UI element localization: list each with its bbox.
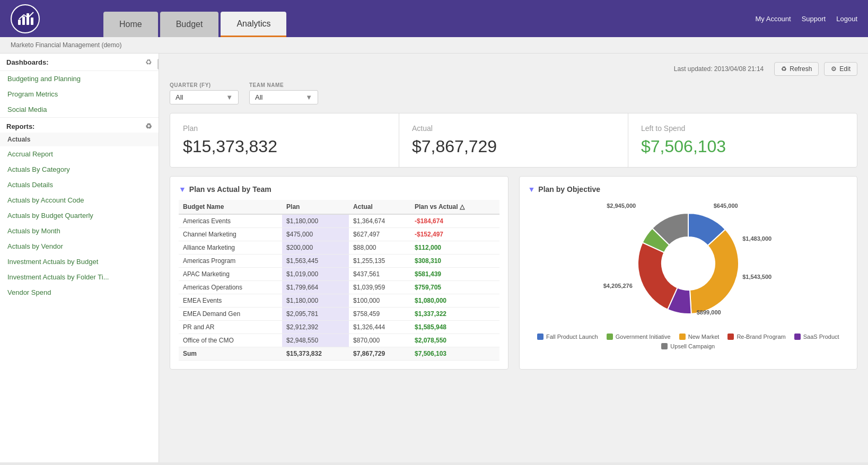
nav-budget[interactable]: Budget	[160, 12, 219, 37]
donut-wrapper: $2,945,000 $645,000 $1,483,000 $1,543,50…	[528, 200, 849, 327]
my-account-link[interactable]: My Account	[755, 15, 791, 23]
cell-name: Office of the CMO	[179, 334, 282, 347]
sidebar-item-investment-actuals-by-budget[interactable]: Investment Actuals by Budget	[0, 254, 159, 269]
edit-label: Edit	[839, 65, 851, 73]
sidebar-item-actuals-by-account-code[interactable]: Actuals by Account Code	[0, 192, 159, 208]
sidebar-item-program-metrics[interactable]: Program Metrics	[0, 86, 159, 102]
table-row: Americas Events $1,180,000 $1,364,674 -$…	[179, 214, 499, 228]
legend-label: SaaS Product	[803, 334, 839, 340]
cell-actual: $1,326,444	[349, 321, 410, 334]
donut-chart-container: $2,945,000 $645,000 $1,483,000 $1,543,50…	[603, 200, 773, 327]
sidebar-item-actuals-by-month[interactable]: Actuals by Month	[0, 223, 159, 239]
cell-sum-pva: $7,506,103	[410, 347, 499, 361]
sidebar-item-accrual-report[interactable]: Accrual Report	[0, 146, 159, 162]
sidebar-item-vendor-spend[interactable]: Vendor Spend	[0, 285, 159, 300]
sidebar-item-social-media[interactable]: Social Media	[0, 102, 159, 117]
plan-vs-actual-title: ▼ Plan vs Actual by Team	[179, 185, 499, 194]
legend-item: Re-Brand Program	[727, 334, 785, 340]
cell-plan: $1,563,445	[282, 255, 349, 268]
logout-link[interactable]: Logout	[836, 15, 857, 23]
cell-name: EMEA Demand Gen	[179, 308, 282, 321]
table-row: PR and AR $2,912,392 $1,326,444 $1,585,9…	[179, 321, 499, 334]
dashboards-refresh-icon[interactable]: ♻	[145, 58, 152, 66]
refresh-icon: ♻	[781, 65, 787, 73]
kpi-plan-value: $15,373,832	[183, 137, 386, 156]
sidebar-item-budgeting[interactable]: Budgeting and Planning	[0, 71, 159, 86]
cell-plan: $1,180,000	[282, 214, 349, 228]
filter-icon-right: ▼	[528, 185, 536, 194]
cell-pva: $1,080,000	[410, 294, 499, 308]
edit-button[interactable]: ⚙ Edit	[824, 62, 857, 76]
cell-name: EMEA Events	[179, 294, 282, 308]
reports-header: Reports: ♻	[0, 117, 159, 133]
cell-plan: $1,019,000	[282, 268, 349, 281]
breadcrumb: Marketo Financial Management (demo)	[11, 41, 121, 49]
legend-label: Upsell Campaign	[670, 343, 715, 349]
cell-name: Alliance Marketing	[179, 241, 282, 255]
reports-refresh-icon[interactable]: ♻	[145, 122, 152, 130]
cell-pva: -$152,497	[410, 228, 499, 241]
legend-label: Fall Product Launch	[546, 334, 598, 340]
table-row: Americas Program $1,563,445 $1,255,135 $…	[179, 255, 499, 268]
sidebar-item-actuals-by-budget-quarterly[interactable]: Actuals by Budget Quarterly	[0, 208, 159, 223]
refresh-button[interactable]: ♻ Refresh	[774, 62, 819, 76]
table-row: Alliance Marketing $200,000 $88,000 $112…	[179, 241, 499, 255]
cell-pva: $1,337,322	[410, 308, 499, 321]
table-row: EMEA Demand Gen $2,095,781 $758,459 $1,3…	[179, 308, 499, 321]
filter-icon-left: ▼	[179, 185, 186, 194]
donut-outer-labels: $2,945,000 $645,000 $1,483,000 $1,543,50…	[603, 200, 773, 327]
legend-label: Re-Brand Program	[737, 334, 785, 340]
cell-actual: $88,000	[349, 241, 410, 255]
header: Home Budget Analytics My Account Support…	[0, 0, 868, 37]
cell-plan: $2,912,392	[282, 321, 349, 334]
sidebar-item-actuals-details[interactable]: Actuals Details	[0, 177, 159, 192]
legend-item: Fall Product Launch	[537, 334, 598, 340]
sidebar-item-actuals-by-vendor[interactable]: Actuals by Vendor	[0, 239, 159, 254]
team-filter-label: TEAM NAME	[249, 82, 318, 88]
edit-icon: ⚙	[831, 65, 837, 73]
legend-item: New Market	[679, 334, 720, 340]
legend-color	[679, 334, 686, 340]
table-row: APAC Marketing $1,019,000 $437,561 $581,…	[179, 268, 499, 281]
cell-plan: $475,000	[282, 228, 349, 241]
legend-color	[794, 334, 801, 340]
last-updated: Last updated: 2013/04/08 21:14	[674, 65, 764, 73]
legend-item: Upsell Campaign	[661, 343, 715, 349]
main-nav: Home Budget Analytics	[40, 0, 755, 37]
cell-name: PR and AR	[179, 321, 282, 334]
dashboards-label: Dashboards:	[6, 58, 48, 66]
col-pva[interactable]: Plan vs Actual △	[410, 200, 499, 214]
sidebar-collapse-button[interactable]: ◀	[157, 59, 159, 69]
quarter-filter-select[interactable]: All ▼	[170, 90, 239, 104]
plan-by-objective-section: ▼ Plan by Objective $2,945,000 $645,000	[519, 176, 858, 370]
cell-name: APAC Marketing	[179, 268, 282, 281]
reports-label: Reports:	[6, 122, 34, 130]
col-plan: Plan	[282, 200, 349, 214]
support-link[interactable]: Support	[802, 15, 826, 23]
cell-actual: $1,364,674	[349, 214, 410, 228]
cell-actual: $1,039,959	[349, 281, 410, 294]
legend-color	[661, 343, 668, 349]
team-filter-value: All	[255, 93, 262, 101]
cell-pva: $112,000	[410, 241, 499, 255]
sidebar-item-investment-actuals-by-folder[interactable]: Investment Actuals by Folder Ti...	[0, 269, 159, 285]
sidebar-item-actuals-by-category[interactable]: Actuals By Category	[0, 162, 159, 177]
subheader: Marketo Financial Management (demo)	[0, 37, 868, 54]
cell-pva: $581,439	[410, 268, 499, 281]
kpi-actual-value: $7,867,729	[412, 137, 615, 156]
quarter-filter-group: QUARTER (FY) All ▼	[170, 82, 239, 104]
team-filter-group: TEAM NAME All ▼	[249, 82, 318, 104]
cell-pva: $759,705	[410, 281, 499, 294]
legend-item: SaaS Product	[794, 334, 839, 340]
cell-pva: -$184,674	[410, 214, 499, 228]
nav-analytics[interactable]: Analytics	[221, 12, 286, 37]
plan-vs-actual-table: Budget Name Plan Actual Plan vs Actual △…	[179, 200, 499, 361]
header-right: My Account Support Logout	[755, 15, 857, 23]
filters: QUARTER (FY) All ▼ TEAM NAME All ▼	[170, 82, 857, 104]
nav-home[interactable]: Home	[103, 12, 158, 37]
top-bar: Last updated: 2013/04/08 21:14 ♻ Refresh…	[170, 62, 857, 76]
cell-plan: $200,000	[282, 241, 349, 255]
team-filter-select[interactable]: All ▼	[249, 90, 318, 104]
col-actual: Actual	[349, 200, 410, 214]
kpi-row: Plan $15,373,832 Actual $7,867,729 Left …	[170, 113, 857, 168]
